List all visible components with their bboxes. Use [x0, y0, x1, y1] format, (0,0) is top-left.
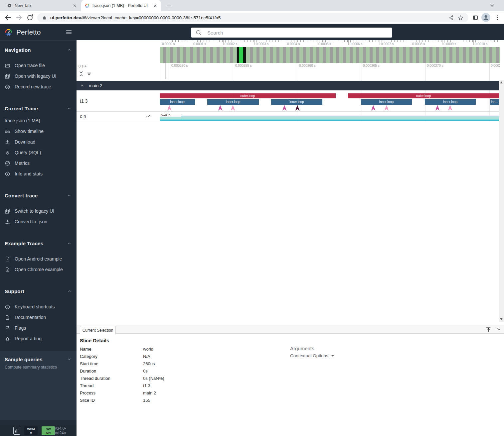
sidebar-item-query-sql[interactable]: Query (SQL) — [0, 147, 77, 158]
instant-marker-selected[interactable] — [295, 105, 300, 111]
search-input[interactable] — [207, 30, 388, 36]
chevron-up-icon[interactable] — [67, 106, 72, 111]
sw-badge[interactable]: SW ON — [42, 426, 55, 435]
forward-button[interactable] — [15, 14, 23, 22]
sidebar-item-label: Open Chrome example — [15, 267, 63, 272]
sidebar-item-label: Metrics — [15, 161, 30, 166]
tab-close-icon[interactable] — [153, 3, 158, 8]
scroll-up-icon[interactable] — [500, 81, 503, 83]
chevron-up-icon[interactable] — [67, 288, 72, 294]
bookmark-star-icon[interactable] — [457, 15, 464, 21]
instant-marker[interactable] — [385, 105, 389, 111]
ruler-minor-tick — [485, 40, 485, 42]
section-header-example-traces[interactable]: Example Traces — [0, 240, 77, 246]
profile-avatar[interactable] — [481, 13, 490, 22]
slice-inner-loop[interactable]: inner.loop — [271, 99, 322, 105]
search-box[interactable] — [191, 28, 392, 38]
sample-query-item[interactable]: Compute summary statistics — [0, 365, 77, 370]
tracks-scrollbar[interactable] — [499, 80, 504, 322]
sidebar-item-open-android-example[interactable]: Open Android example — [0, 254, 77, 264]
sidebar-item-show-timeline[interactable]: Show timeline — [0, 126, 77, 137]
wsm-badge[interactable]: WSM 0 — [24, 426, 38, 435]
current-selection-tab[interactable]: Current Selection — [80, 326, 116, 334]
counter-value-label: 0.25 K — [161, 113, 170, 116]
sidebar-item-open-chrome-example[interactable]: Open Chrome example — [0, 264, 77, 275]
viewport-range[interactable] — [239, 47, 243, 63]
sidebar-item-convert-to-json[interactable]: Convert to .json — [0, 216, 77, 227]
process-group-header[interactable]: main 2 — [77, 81, 499, 90]
browser-tabstrip: New Tab trace.json (1 MB) - Perfetto UI — [0, 0, 504, 11]
perfetto-logo-icon — [4, 28, 13, 37]
hotkeys-chart-button[interactable] — [13, 427, 20, 435]
side-panel-icon[interactable] — [472, 14, 479, 21]
slice-inner-loop[interactable]: inner.loop — [425, 99, 476, 105]
slice-inner-loop[interactable]: inner.loop — [160, 99, 195, 105]
new-tab-button[interactable] — [165, 2, 173, 10]
process-group-title: main 2 — [89, 83, 102, 88]
wsm-badge-value: 0 — [30, 431, 32, 434]
chevron-up-icon[interactable] — [67, 241, 72, 246]
slice-outer-loop[interactable]: outer.loop — [160, 93, 336, 98]
sidebar-item-documentation[interactable]: Documentation — [0, 312, 77, 323]
time-gridline-label: 0.000265 s — [363, 64, 380, 67]
chevron-down-icon[interactable] — [67, 357, 72, 362]
detail-value-category: N/A — [143, 354, 150, 359]
reload-button[interactable] — [26, 14, 34, 22]
tab-close-icon[interactable] — [72, 3, 77, 8]
sidebar-item-download[interactable]: Download — [0, 137, 77, 147]
instant-marker[interactable] — [435, 105, 440, 111]
ruler-major-tick — [254, 40, 255, 45]
instant-marker[interactable] — [218, 105, 223, 111]
sidebar-item-metrics[interactable]: Metrics — [0, 158, 77, 168]
sidebar-item-report-a-bug[interactable]: Report a bug — [0, 333, 77, 344]
sidebar-item-record-new-trace[interactable]: Record new trace — [0, 81, 77, 92]
instant-marker[interactable] — [167, 105, 172, 111]
section-header-convert-trace[interactable]: Convert trace — [0, 192, 77, 198]
chevron-up-icon[interactable] — [67, 193, 72, 198]
share-icon[interactable] — [448, 15, 454, 21]
ruler-label: 0.0010 s — [475, 42, 487, 46]
sidebar-item-keyboard-shortcuts[interactable]: Keyboard shortcuts — [0, 301, 77, 312]
minimap[interactable] — [160, 47, 500, 63]
slice-inn[interactable]: inn... — [490, 99, 499, 105]
section-header-navigation[interactable]: Navigation — [0, 47, 77, 53]
detail-key-start-time: Start time — [80, 361, 98, 366]
back-button[interactable] — [4, 14, 12, 22]
slice-inner-loop[interactable]: inner.loop — [361, 99, 412, 105]
instant-marker[interactable] — [371, 105, 376, 111]
slice-inner-loop[interactable]: inner.loop — [207, 99, 259, 105]
counter-fill-segment — [181, 116, 499, 119]
tab-search-icon[interactable] — [488, 2, 496, 9]
browser-menu-icon[interactable] — [494, 14, 501, 21]
ruler-minor-tick — [260, 40, 260, 42]
section-header-support[interactable]: Support — [0, 288, 77, 294]
viewport-selection[interactable] — [237, 47, 246, 63]
instant-marker[interactable] — [231, 105, 235, 111]
sidebar-item-open-with-legacy-ui[interactable]: Open with legacy UI — [0, 71, 77, 81]
sidebar-item-open-trace-file[interactable]: Open trace file — [0, 60, 77, 71]
sidebar-item-flags[interactable]: Flags — [0, 323, 77, 333]
ruler-minor-tick — [416, 40, 417, 42]
track-filter-icon[interactable] — [86, 71, 92, 76]
section-header-sample-queries[interactable]: Sample queries — [0, 356, 77, 362]
scroll-down-icon[interactable] — [500, 318, 503, 320]
section-header-current-trace[interactable]: Current Trace — [0, 105, 77, 111]
menu-burger-icon[interactable] — [65, 29, 73, 36]
browser-tab-perfetto[interactable]: trace.json (1 MB) - Perfetto UI — [81, 0, 161, 11]
ruler-minor-tick — [313, 40, 313, 42]
instant-marker[interactable] — [448, 105, 452, 111]
ruler-minor-tick — [350, 40, 351, 42]
brand-name: Perfetto — [16, 28, 62, 36]
slice-outer-loop[interactable]: outer.loop — [348, 93, 499, 98]
chevron-up-icon[interactable] — [67, 47, 72, 53]
viewport-handle[interactable] — [243, 47, 246, 63]
url-bar[interactable]: ui.perfetto.dev/#!/viewer?local_cache_ke… — [37, 13, 468, 22]
ruler-minor-tick — [379, 40, 379, 42]
collapse-tracks-icon[interactable] — [78, 70, 84, 77]
browser-tab-new-tab[interactable]: New Tab — [3, 0, 81, 11]
sidebar-item-info-and-stats[interactable]: Info and stats — [0, 168, 77, 179]
sidebar-item-switch-to-legacy-ui[interactable]: Switch to legacy UI — [0, 206, 77, 216]
detail-value-thread-duration: 0s (NaN%) — [143, 376, 164, 381]
instant-marker[interactable] — [282, 105, 287, 111]
collapse-group-icon[interactable] — [80, 83, 85, 88]
